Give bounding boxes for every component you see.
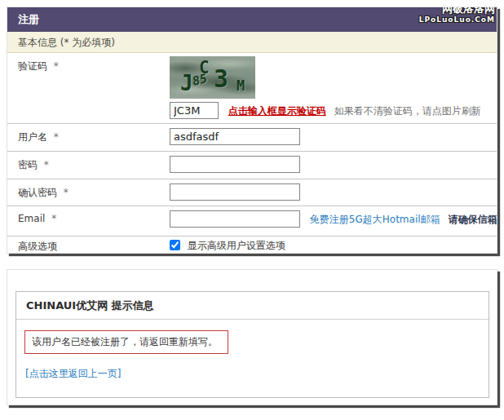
captcha-input[interactable]: [170, 102, 219, 119]
confirm-password-label-cell: 确认密码 *: [7, 179, 170, 206]
error-message-box: 该用户名已经被注册了，请返回重新填写。: [24, 330, 228, 354]
captcha-hint-text: 如果看不清验证码，请点图片刷新: [334, 105, 481, 117]
registration-panel: 注册 网破洛洛网 LPoLuoLuo.CoM 基本信息 (* 为必填项) 验证码…: [7, 7, 497, 254]
watermark-domain: LPoLuoLuo.CoM: [419, 15, 495, 24]
panel-titlebar: 注册 网破洛洛网 LPoLuoLuo.CoM: [7, 7, 497, 32]
required-asterisk: *: [54, 131, 59, 143]
message-box: CHINAUI优艾网 提示信息 该用户名已经被注册了，请返回重新填写。 [点击这…: [15, 291, 489, 398]
site-watermark: 网破洛洛网 LPoLuoLuo.CoM: [419, 7, 495, 25]
watermark-name: 网破洛洛网: [419, 7, 495, 15]
message-title: CHINAUI优艾网 提示信息: [16, 292, 489, 320]
captcha-label-cell: 验证码 *: [7, 53, 170, 123]
section-header: 基本信息 (* 为必填项): [7, 32, 497, 53]
captcha-letter: M: [237, 77, 245, 94]
required-asterisk: *: [64, 187, 69, 198]
panel-title: 注册: [18, 13, 39, 25]
required-asterisk: *: [51, 213, 56, 224]
password-row: 密码 *: [7, 152, 497, 179]
email-label-cell: Email *: [7, 206, 170, 236]
password-label: 密码: [18, 159, 38, 170]
go-back-link[interactable]: [点击这里返回上一页]: [25, 367, 121, 381]
captcha-image[interactable]: 85 J C 3 M: [170, 56, 255, 99]
advanced-options-label-cell: 高级选项: [7, 237, 170, 254]
captcha-content-cell: 85 J C 3 M 点击输入框显示验证码 如果看不清验证码，请点图片刷新: [170, 53, 497, 123]
advanced-options-checkbox-label[interactable]: 显示高级用户设置选项: [170, 240, 285, 251]
username-label: 用户名: [18, 131, 47, 143]
confirm-password-row: 确认密码 *: [7, 179, 497, 206]
error-message-text: 该用户名已经被注册了，请返回重新填写。: [32, 336, 218, 347]
advanced-options-row: 高级选项 显示高级用户设置选项: [7, 237, 497, 254]
email-label: Email: [18, 213, 45, 224]
required-asterisk: *: [54, 60, 59, 72]
username-row: 用户名 *: [7, 124, 497, 152]
captcha-row: 验证码 * 85 J C 3 M 点击输入框显示验证码 如果看不清验证码，请点图…: [7, 53, 497, 124]
username-label-cell: 用户名 *: [7, 124, 170, 151]
advanced-options-label: 高级选项: [18, 241, 57, 252]
email-input[interactable]: [170, 210, 300, 228]
username-input[interactable]: [170, 128, 300, 145]
advanced-options-checkbox[interactable]: [170, 240, 180, 250]
email-row: Email * 免费注册5G超大Hotmail邮箱 请确保信箱有效: [7, 206, 497, 237]
confirm-password-label: 确认密码: [18, 187, 57, 198]
captcha-letter: 3: [214, 64, 228, 93]
captcha-letter: J: [180, 71, 193, 95]
captcha-label: 验证码: [18, 60, 47, 72]
required-asterisk: *: [44, 159, 49, 170]
message-panel: CHINAUI优艾网 提示信息 该用户名已经被注册了，请返回重新填写。 [点击这…: [7, 269, 497, 405]
captcha-hint-link[interactable]: 点击输入框显示验证码: [228, 105, 326, 117]
captcha-letter: C: [199, 58, 210, 77]
hotmail-signup-link[interactable]: 免费注册5G超大Hotmail邮箱: [310, 214, 440, 225]
password-input[interactable]: [170, 156, 300, 173]
email-validity-note: 请确保信箱有效: [448, 214, 497, 225]
password-label-cell: 密码 *: [7, 152, 170, 179]
confirm-password-input[interactable]: [170, 183, 300, 201]
section-header-label: 基本信息 (* 为必填项): [18, 37, 115, 48]
